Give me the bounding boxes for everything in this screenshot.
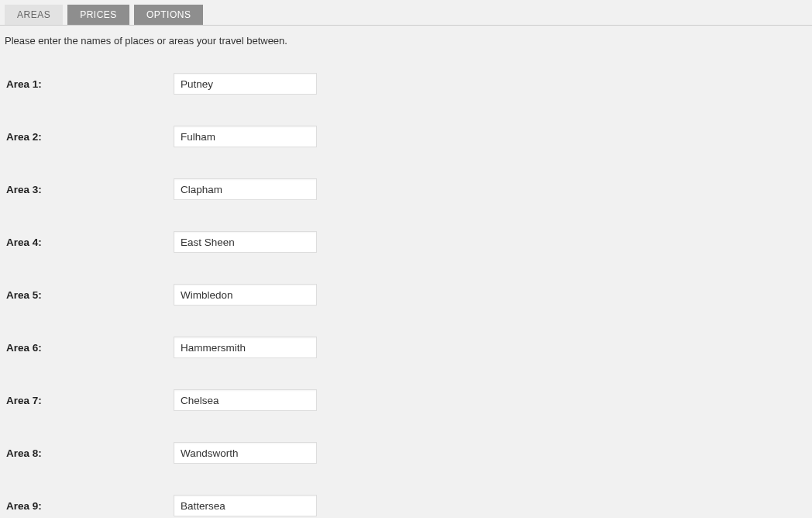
area-label: Area 5: xyxy=(5,289,174,301)
area-label: Area 2: xyxy=(5,131,174,143)
area-row: Area 4: xyxy=(5,216,807,268)
area-label: Area 9: xyxy=(5,500,174,512)
area-row: Area 3: xyxy=(5,163,807,216)
area-1-input[interactable] xyxy=(174,73,317,95)
area-label: Area 7: xyxy=(5,395,174,406)
area-label: Area 3: xyxy=(5,184,174,195)
area-6-input[interactable] xyxy=(174,337,317,358)
area-row: Area 8: xyxy=(5,426,807,479)
area-7-input[interactable] xyxy=(174,389,317,411)
area-row: Area 7: xyxy=(5,374,807,426)
tab-prices[interactable]: PRICES xyxy=(67,5,129,25)
tab-areas[interactable]: AREAS xyxy=(5,5,63,25)
area-4-input[interactable] xyxy=(174,231,317,253)
area-label: Area 4: xyxy=(5,237,174,248)
area-5-input[interactable] xyxy=(174,284,317,306)
tab-options[interactable]: OPTIONS xyxy=(134,5,204,25)
area-label: Area 1: xyxy=(5,78,174,90)
tab-bar: AREAS PRICES OPTIONS xyxy=(0,0,812,26)
area-8-input[interactable] xyxy=(174,442,317,464)
area-9-input[interactable] xyxy=(174,495,317,516)
description-text: Please enter the names of places or area… xyxy=(0,26,812,53)
area-row: Area 9: xyxy=(5,479,807,518)
area-label: Area 6: xyxy=(5,342,174,354)
area-3-input[interactable] xyxy=(174,178,317,200)
area-row: Area 5: xyxy=(5,268,807,321)
areas-form: Area 1: Area 2: Area 3: Area 4: Area 5: … xyxy=(0,53,812,518)
area-label: Area 8: xyxy=(5,447,174,459)
area-row: Area 6: xyxy=(5,321,807,374)
area-row: Area 1: xyxy=(5,57,807,110)
area-2-input[interactable] xyxy=(174,126,317,147)
area-row: Area 2: xyxy=(5,110,807,163)
